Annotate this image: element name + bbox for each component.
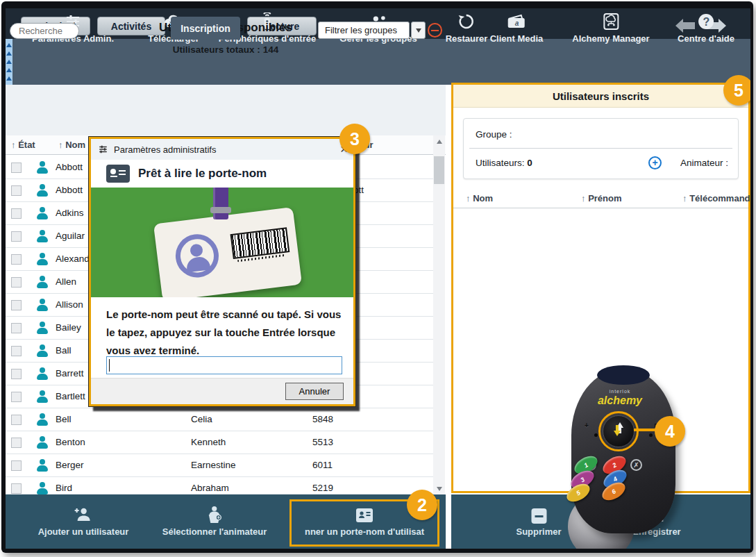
remove-filter-icon[interactable] — [428, 23, 442, 38]
scrollbar-thumb[interactable] — [434, 156, 444, 184]
sort-telecommande[interactable]: ↑ Télécommande — [682, 193, 750, 203]
row-checkbox[interactable] — [11, 415, 22, 425]
ribbon-label: Alchemy Manager — [572, 33, 649, 44]
user-icon — [36, 276, 49, 288]
row-checkbox[interactable] — [11, 483, 22, 494]
remote-brand-text: interlok — [554, 389, 686, 394]
cell-nom: Allison — [56, 299, 83, 310]
cell-nom: Adkins — [56, 208, 84, 218]
text-caret — [109, 359, 110, 372]
user-icon — [36, 161, 49, 174]
user-icon — [36, 344, 49, 357]
row-checkbox[interactable] — [11, 369, 22, 379]
dialog-instructions: Le porte-nom peut être scanné ou tapé. S… — [106, 306, 345, 360]
cell-nom: Barrett — [56, 368, 84, 379]
cell-telecommande: 5848 — [312, 414, 333, 424]
table-row[interactable]: BirdAbraham5219 — [6, 477, 433, 494]
sort-etat[interactable]: ↑ État — [11, 140, 35, 150]
row-checkbox[interactable] — [11, 163, 22, 173]
filter-groups-select[interactable]: Filtrer les groupes — [318, 22, 410, 39]
sort-prenom[interactable]: ↑ Prénom — [581, 193, 622, 203]
tab-inscription[interactable]: Inscription — [171, 17, 240, 40]
app-window: Principal Activités Inscription Lecture … — [6, 8, 750, 549]
user-icon — [36, 367, 49, 380]
user-icon — [36, 299, 49, 311]
cell-nom: Abbott — [56, 162, 83, 172]
filter-dropdown-arrow[interactable] — [411, 22, 426, 39]
users-label: Utilisateurs: — [476, 158, 525, 168]
row-checkbox[interactable] — [11, 254, 22, 265]
row-checkbox[interactable] — [11, 460, 22, 471]
remote-control-image: interlok alchemy + ? ✓ ✗ 1 2 3 4 5 6 — [554, 363, 686, 549]
scroll-up-button[interactable] — [433, 135, 445, 147]
row-checkbox[interactable] — [11, 392, 22, 402]
cell-prenom: Earnestine — [191, 460, 236, 470]
callout-2: 2 — [407, 490, 437, 520]
users-scrollbar[interactable] — [433, 135, 445, 494]
column-etat-label: État — [18, 140, 35, 150]
dialog-title-bar[interactable]: Paramètres administratifs × — [91, 139, 353, 160]
user-icon — [36, 253, 49, 265]
ribbon-alchemy-manager-button[interactable]: Alchemy Manager — [572, 11, 649, 44]
row-checkbox[interactable] — [11, 323, 22, 333]
column-nom-label: Nom — [65, 140, 85, 150]
cell-nom: Bird — [56, 483, 72, 493]
callout-4: 4 — [655, 416, 685, 447]
table-row[interactable]: BergerEarnestine6011 — [6, 454, 433, 477]
cross-icon: ✗ — [630, 459, 642, 471]
row-checkbox[interactable] — [11, 300, 22, 310]
ribbon-label: Client Media — [490, 33, 544, 44]
user-icon — [36, 207, 49, 219]
filter-groups-label: Filtrer les groupes — [325, 25, 397, 35]
callout-ring — [598, 411, 639, 451]
ribbon-label: Centre d'aide — [678, 33, 734, 44]
app-screenshot: Principal Activités Inscription Lecture … — [0, 0, 756, 557]
add-animator-icon[interactable]: + — [648, 156, 662, 169]
id-card-image — [153, 207, 302, 297]
dialog-footer: Annuler — [91, 378, 353, 404]
dialog-heading-row: Prêt à lire le porte-nom — [91, 160, 353, 188]
row-checkbox[interactable] — [11, 438, 22, 448]
sort-nom[interactable]: ↑ Nom — [466, 193, 493, 203]
animator-label: Animateur : — [680, 158, 728, 168]
cell-nom: Bartlett — [56, 391, 85, 401]
add-user-icon — [38, 503, 129, 524]
divider — [469, 148, 732, 149]
cell-telecommande: 6011 — [312, 460, 333, 470]
table-row[interactable]: BentonKenneth5513 — [6, 431, 433, 454]
cell-prenom: Kenneth — [191, 437, 226, 447]
left-action-bar: Ajouter un utilisateur Sélectionner l'an… — [6, 494, 446, 549]
barcode-image — [230, 227, 290, 259]
button-label: nner un porte-nom d'utilisat — [292, 526, 437, 537]
button-label: Sélectionner l'animateur — [162, 526, 267, 537]
select-animator-button[interactable]: Sélectionner l'animateur — [162, 503, 267, 537]
row-checkbox[interactable] — [11, 277, 22, 288]
scroll-down-button[interactable] — [433, 483, 445, 494]
cell-nom: Berger — [56, 460, 84, 470]
dialog-heading: Prêt à lire le porte-nom — [138, 167, 267, 181]
row-checkbox[interactable] — [11, 231, 22, 242]
row-checkbox[interactable] — [11, 208, 22, 219]
cell-nom: Benton — [56, 437, 85, 447]
row-checkbox[interactable] — [11, 185, 22, 196]
enrolled-table-header: ↑ Nom ↑ Prénom ↑ Télécommande — [453, 189, 748, 208]
column-nom-label: Nom — [473, 193, 493, 203]
ribbon-client-media-button[interactable]: a Client Media — [490, 11, 544, 44]
badge-scan-dialog: Paramètres administratifs × Prêt à lire … — [89, 137, 355, 406]
ribbon-label: Restaurer — [446, 33, 488, 44]
row-checkbox[interactable] — [11, 346, 22, 356]
cloud-box-icon — [572, 11, 649, 32]
cell-prenom: Abraham — [191, 483, 229, 493]
user-icon — [36, 413, 49, 426]
signal-glyph: + — [585, 422, 589, 429]
total-users-label: Utilisateurs totaux : — [173, 44, 260, 55]
table-row[interactable]: BellCelia5848 — [6, 408, 433, 431]
user-icon — [36, 390, 49, 403]
cancel-button[interactable]: Annuler — [285, 383, 344, 400]
add-user-button[interactable]: Ajouter un utilisateur — [38, 503, 129, 537]
ribbon-centre-aide-button[interactable]: ? Centre d'aide — [678, 11, 734, 44]
cell-nom: Bailey — [56, 322, 81, 333]
ribbon-restaurer-button[interactable]: Restaurer — [446, 11, 488, 44]
badge-input[interactable] — [106, 356, 342, 374]
sort-nom[interactable]: ↑ Nom — [58, 140, 85, 150]
